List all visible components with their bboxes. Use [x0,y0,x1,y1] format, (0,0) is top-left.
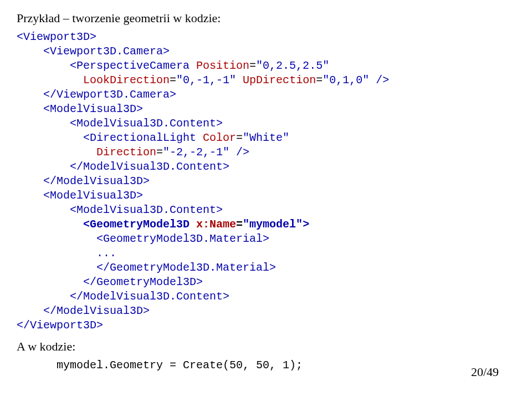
page-number: 20/49 [471,365,499,379]
code-block: <Viewport3D> <Viewport3D.Camera> <Perspe… [17,30,515,333]
section-heading: Przykład – tworzenie geometrii w kodzie: [17,11,515,26]
inline-code-block: mymodel.Geometry = Create(50, 50, 1); [17,358,515,373]
section-subheading: A w kodzie: [17,339,515,354]
